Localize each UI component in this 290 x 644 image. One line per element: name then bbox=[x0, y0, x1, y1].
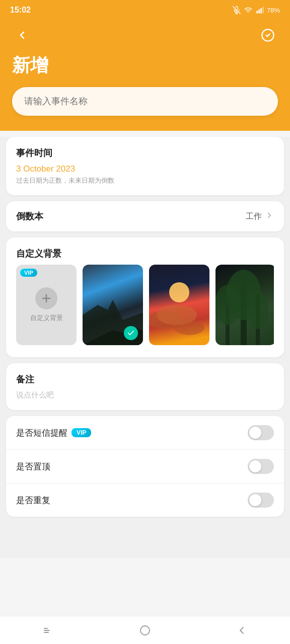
checkmark-circle-icon bbox=[261, 28, 275, 42]
signal-icon bbox=[256, 6, 264, 14]
svg-rect-7 bbox=[262, 7, 264, 13]
notes-card: 备注 说点什么吧 bbox=[6, 363, 284, 410]
mute-icon bbox=[233, 6, 241, 14]
svg-point-26 bbox=[140, 626, 150, 635]
back-icon bbox=[16, 29, 28, 41]
pin-top-toggle[interactable] bbox=[248, 459, 274, 474]
repeat-row: 是否重复 bbox=[6, 484, 284, 517]
sms-reminder-left: 是否短信提醒 VIP bbox=[16, 427, 91, 439]
svg-rect-4 bbox=[256, 11, 258, 13]
nav-menu-button[interactable] bbox=[33, 620, 63, 640]
svg-rect-6 bbox=[260, 8, 262, 14]
menu-icon bbox=[42, 624, 54, 636]
vip-badge-custom: VIP bbox=[20, 269, 37, 277]
bg-image-3[interactable] bbox=[215, 265, 274, 345]
status-icons: 78% bbox=[233, 6, 280, 14]
event-name-input[interactable] bbox=[12, 87, 278, 116]
event-date-hint: 过去日期为正数，未来日期为倒数 bbox=[16, 176, 274, 185]
repeat-label: 是否重复 bbox=[16, 495, 50, 506]
svg-point-16 bbox=[157, 305, 197, 325]
notebook-label: 倒数本 bbox=[16, 210, 43, 222]
confirm-button[interactable] bbox=[258, 25, 278, 45]
pin-top-row: 是否置顶 bbox=[6, 450, 284, 484]
header-nav bbox=[12, 25, 278, 45]
plus-circle-icon bbox=[35, 287, 57, 309]
event-time-title: 事件时间 bbox=[16, 147, 274, 159]
custom-bg-card: 自定义背景 VIP 自定义背景 bbox=[6, 237, 284, 357]
notebook-right: 工作 bbox=[246, 211, 274, 222]
header-area: 新增 bbox=[0, 20, 290, 131]
bg-scroll-container[interactable]: VIP 自定义背景 bbox=[16, 265, 274, 347]
notes-hint[interactable]: 说点什么吧 bbox=[16, 390, 274, 400]
notes-title: 备注 bbox=[16, 373, 274, 385]
svg-point-13 bbox=[169, 282, 189, 302]
repeat-toggle[interactable] bbox=[248, 493, 274, 508]
status-bar: 15:02 78% bbox=[0, 0, 290, 20]
toggle-group: 是否短信提醒 VIP 是否置顶 是否重复 bbox=[6, 416, 284, 517]
nav-back-icon bbox=[236, 624, 248, 636]
bg-custom-add[interactable]: VIP 自定义背景 bbox=[16, 265, 77, 345]
back-button[interactable] bbox=[12, 25, 32, 45]
notebook-row[interactable]: 倒数本 工作 bbox=[6, 201, 284, 231]
page-title: 新增 bbox=[12, 53, 278, 78]
event-time-card: 事件时间 3 October 2023 过去日期为正数，未来日期为倒数 bbox=[6, 137, 284, 195]
wifi-icon bbox=[244, 6, 253, 14]
svg-rect-5 bbox=[258, 10, 260, 14]
nav-back-button[interactable] bbox=[227, 620, 257, 640]
chevron-right-icon bbox=[265, 211, 274, 222]
sms-reminder-label: 是否短信提醒 bbox=[16, 427, 67, 439]
home-circle-icon bbox=[139, 624, 151, 636]
status-time: 15:02 bbox=[10, 6, 31, 15]
forest-svg bbox=[215, 265, 274, 345]
bottom-nav bbox=[0, 616, 290, 644]
content-area: 事件时间 3 October 2023 过去日期为正数，未来日期为倒数 倒数本 … bbox=[0, 137, 290, 558]
pin-top-label: 是否置顶 bbox=[16, 461, 50, 472]
svg-point-20 bbox=[215, 285, 240, 325]
sms-reminder-row: 是否短信提醒 VIP bbox=[6, 416, 284, 450]
bg-image-1[interactable] bbox=[83, 265, 143, 345]
moon-svg bbox=[149, 265, 209, 345]
bg-selected-check bbox=[124, 326, 138, 340]
event-date[interactable]: 3 October 2023 bbox=[16, 164, 274, 174]
sms-reminder-toggle[interactable] bbox=[248, 425, 274, 440]
custom-bg-title: 自定义背景 bbox=[16, 248, 274, 260]
battery-text: 78% bbox=[267, 7, 280, 14]
nav-home-button[interactable] bbox=[130, 620, 160, 640]
bg-image-2[interactable] bbox=[149, 265, 209, 345]
sms-vip-badge: VIP bbox=[71, 428, 91, 437]
notebook-value: 工作 bbox=[246, 211, 262, 222]
custom-bg-label: 自定义背景 bbox=[30, 313, 63, 323]
svg-point-22 bbox=[247, 291, 269, 329]
